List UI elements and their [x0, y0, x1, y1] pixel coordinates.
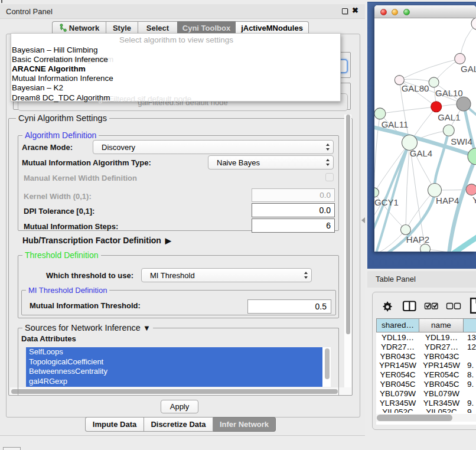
- svg-text:HAP2: HAP2: [406, 234, 429, 244]
- svg-text:GAL: GAL: [461, 64, 476, 74]
- svg-text:GAL80: GAL80: [402, 83, 429, 93]
- svg-text:Y: Y: [472, 195, 476, 205]
- svg-text:SWI4: SWI4: [451, 136, 472, 146]
- svg-text:GAL10: GAL10: [435, 88, 463, 98]
- svg-text:GCY1: GCY1: [374, 197, 399, 207]
- svg-text:GAL11: GAL11: [382, 119, 409, 129]
- svg-text:GAL4: GAL4: [410, 148, 432, 158]
- svg-text:GAL1: GAL1: [438, 112, 460, 122]
- svg-text:HAP4: HAP4: [436, 195, 459, 206]
